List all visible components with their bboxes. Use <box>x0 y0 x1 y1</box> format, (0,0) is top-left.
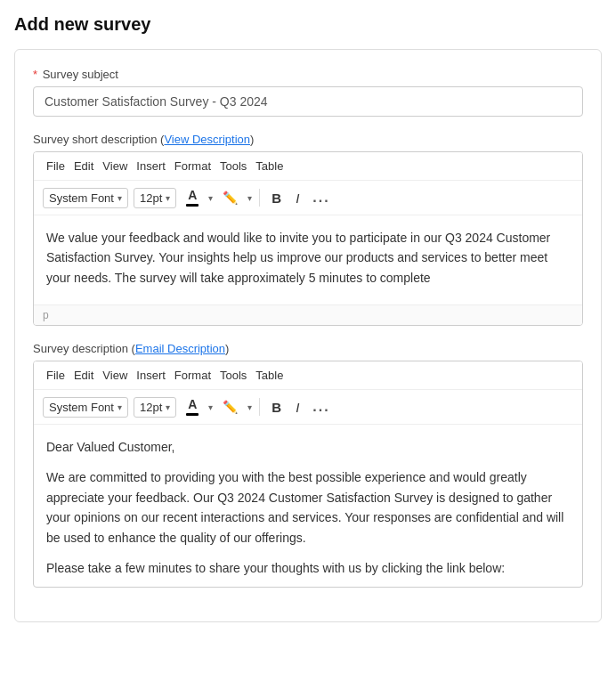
editor1-menu-edit[interactable]: Edit <box>70 158 97 174</box>
subject-field-group: * Survey subject <box>33 68 583 117</box>
editor2-highlight-chevron[interactable]: ▾ <box>247 402 252 412</box>
editor2-more-btn[interactable]: ... <box>309 397 333 417</box>
editor2-line2: We are committed to providing you with t… <box>46 467 570 548</box>
email-desc-label: Survey description (Email Description) <box>33 342 583 355</box>
editor2-font-color-btn[interactable]: A <box>182 395 203 418</box>
editor1-font-value: System Font <box>49 191 114 205</box>
editor2-menu-insert[interactable]: Insert <box>133 367 169 384</box>
editor2-menu-view[interactable]: View <box>99 367 131 384</box>
editor1-bold-btn[interactable]: B <box>267 188 286 208</box>
editor1-font-chevron: ▾ <box>118 193 122 203</box>
short-desc-field-group: Survey short description (View Descripti… <box>33 133 583 326</box>
page-title: Add new survey <box>14 14 602 35</box>
editor1-size-chevron: ▾ <box>166 193 170 203</box>
subject-label: * Survey subject <box>33 68 583 81</box>
editor1-footer: p <box>34 304 582 325</box>
editor1-italic-btn[interactable]: I <box>291 188 304 208</box>
editor2-highlight-btn[interactable]: ✏️ <box>218 398 242 416</box>
editor2-menubar: File Edit View Insert Format Tools Table <box>34 361 582 390</box>
editor1-highlight-chevron[interactable]: ▾ <box>247 193 252 203</box>
editor2-separator <box>259 398 260 416</box>
editor1-content[interactable]: We value your feedback and would like to… <box>34 215 582 304</box>
form-container: * Survey subject Survey short descriptio… <box>14 49 602 622</box>
editor2-pen-icon: ✏️ <box>223 401 238 413</box>
editor2-line3: Please take a few minutes to share your … <box>46 558 570 578</box>
editor2-font-chevron: ▾ <box>118 402 122 412</box>
short-desc-editor: File Edit View Insert Format Tools Table… <box>33 151 583 326</box>
editor1-menu-view[interactable]: View <box>99 158 131 174</box>
editor2-toolbar: System Font ▾ 12pt ▾ A ▾ ✏️ ▾ B I <box>34 390 582 425</box>
editor1-font-select[interactable]: System Font ▾ <box>43 188 128 208</box>
editor1-size-value: 12pt <box>140 191 162 205</box>
email-desc-field-group: Survey description (Email Description) F… <box>33 342 583 588</box>
editor2-size-select[interactable]: 12pt ▾ <box>134 397 176 418</box>
email-desc-editor: File Edit View Insert Format Tools Table… <box>33 361 583 588</box>
editor2-size-chevron: ▾ <box>166 402 170 412</box>
editor2-menu-file[interactable]: File <box>43 367 69 384</box>
editor2-font-a: A <box>188 398 197 410</box>
required-asterisk: * <box>33 68 37 81</box>
short-desc-link[interactable]: View Description <box>164 133 250 146</box>
editor2-menu-edit[interactable]: Edit <box>70 367 97 384</box>
editor1-menu-insert[interactable]: Insert <box>133 158 169 174</box>
editor1-separator <box>259 189 260 207</box>
editor2-font-color-bar <box>186 413 199 416</box>
editor2-content[interactable]: Dear Valued Customer, We are committed t… <box>34 425 582 587</box>
editor1-more-btn[interactable]: ... <box>309 188 333 207</box>
editor1-font-color-bar <box>186 204 199 207</box>
editor2-italic-btn[interactable]: I <box>291 397 304 418</box>
editor2-menu-table[interactable]: Table <box>252 367 287 384</box>
editor1-highlight-btn[interactable]: ✏️ <box>218 189 242 207</box>
editor1-font-a: A <box>188 189 197 201</box>
subject-input[interactable] <box>33 86 583 117</box>
editor2-font-select[interactable]: System Font ▾ <box>43 397 128 418</box>
editor1-font-color-chevron[interactable]: ▾ <box>208 193 213 203</box>
editor2-size-value: 12pt <box>140 401 162 414</box>
editor1-font-color-btn[interactable]: A <box>182 186 203 209</box>
editor2-line1: Dear Valued Customer, <box>46 437 570 457</box>
editor1-menu-tools[interactable]: Tools <box>216 158 250 174</box>
editor2-bold-btn[interactable]: B <box>267 397 286 418</box>
editor2-menu-format[interactable]: Format <box>171 367 215 384</box>
email-desc-link[interactable]: Email Description <box>135 342 225 355</box>
editor1-menu-table[interactable]: Table <box>252 158 287 174</box>
editor2-menu-tools[interactable]: Tools <box>216 367 250 384</box>
editor2-font-color-chevron[interactable]: ▾ <box>208 402 213 412</box>
editor1-menubar: File Edit View Insert Format Tools Table <box>34 152 582 181</box>
editor1-menu-file[interactable]: File <box>43 158 69 174</box>
short-desc-label: Survey short description (View Descripti… <box>33 133 583 146</box>
editor1-toolbar: System Font ▾ 12pt ▾ A ▾ ✏️ ▾ B I <box>34 181 582 215</box>
editor2-font-value: System Font <box>49 401 114 414</box>
editor1-size-select[interactable]: 12pt ▾ <box>134 188 176 208</box>
editor1-pen-icon: ✏️ <box>223 191 238 204</box>
editor1-menu-format[interactable]: Format <box>171 158 215 174</box>
